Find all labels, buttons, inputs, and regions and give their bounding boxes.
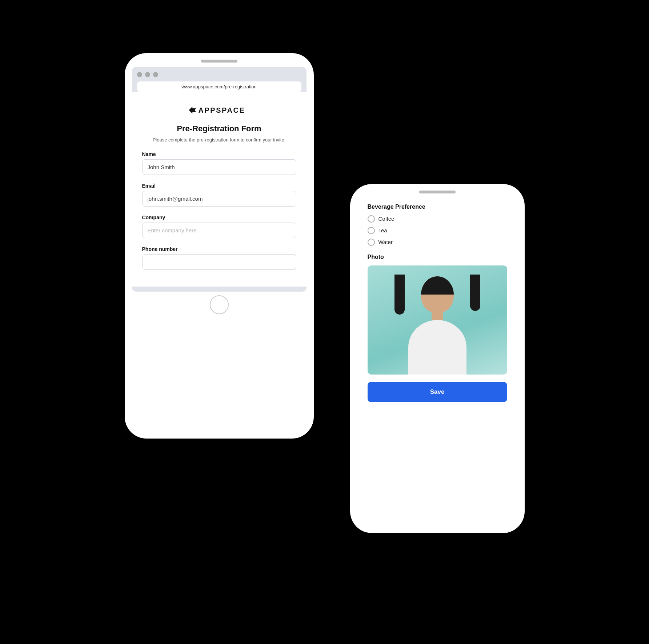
form-title: Pre-Registration Form bbox=[142, 124, 296, 133]
radio-water[interactable]: Water bbox=[368, 239, 507, 246]
phone-input[interactable] bbox=[142, 254, 296, 270]
email-input[interactable] bbox=[142, 191, 296, 207]
person-figure bbox=[401, 273, 474, 375]
photo-section-title: Photo bbox=[368, 254, 507, 260]
phone-label: Phone number bbox=[142, 246, 296, 252]
company-input[interactable] bbox=[142, 223, 296, 238]
browser-dots bbox=[137, 72, 301, 77]
beverage-radio-group: Coffee Tea Water bbox=[368, 215, 507, 246]
radio-label-water: Water bbox=[378, 239, 393, 245]
radio-circle-water bbox=[368, 239, 375, 246]
phone-notch-left bbox=[201, 60, 237, 63]
browser-dot-1 bbox=[137, 72, 142, 77]
beverage-section-title: Beverage Preference bbox=[368, 204, 507, 210]
address-bar[interactable]: www.appspace.com/pre-registration bbox=[137, 81, 301, 92]
company-field-group: Company bbox=[142, 215, 296, 245]
photo-placeholder bbox=[368, 265, 507, 375]
appspace-logo: APPSPACE bbox=[142, 104, 296, 118]
browser-chrome-bottom bbox=[132, 287, 307, 292]
phone-field-group: Phone number bbox=[142, 246, 296, 276]
email-field-group: Email bbox=[142, 183, 296, 213]
photo-section: Photo bbox=[368, 254, 507, 375]
phone-notch-right bbox=[419, 191, 456, 193]
scene: www.appspace.com/pre-registration APPSPA… bbox=[125, 31, 525, 613]
person-hair-top bbox=[421, 276, 454, 295]
right-phone-screen: Beverage Preference Coffee Tea Water bbox=[357, 193, 517, 412]
form-container: APPSPACE Pre-Registration Form Please co… bbox=[132, 92, 307, 287]
home-button-left[interactable] bbox=[210, 295, 229, 314]
radio-label-tea: Tea bbox=[378, 227, 387, 233]
save-button[interactable]: Save bbox=[368, 382, 507, 402]
logo-svg: APPSPACE bbox=[187, 104, 252, 117]
radio-circle-tea bbox=[368, 227, 375, 234]
form-subtitle: Please complete the pre-registration for… bbox=[142, 136, 296, 144]
browser-dot-2 bbox=[145, 72, 150, 77]
left-phone: www.appspace.com/pre-registration APPSPA… bbox=[125, 53, 314, 439]
right-screen-inner: Beverage Preference Coffee Tea Water bbox=[357, 193, 517, 412]
person-neck bbox=[432, 311, 443, 320]
radio-tea[interactable]: Tea bbox=[368, 227, 507, 234]
left-phone-screen: APPSPACE Pre-Registration Form Please co… bbox=[132, 92, 307, 287]
hair-side-right bbox=[470, 275, 480, 311]
company-label: Company bbox=[142, 215, 296, 220]
svg-text:APPSPACE: APPSPACE bbox=[198, 106, 245, 114]
hair-side-left bbox=[394, 275, 405, 315]
radio-label-coffee: Coffee bbox=[378, 216, 394, 222]
name-field-group: Name bbox=[142, 151, 296, 181]
person-body bbox=[408, 320, 466, 375]
name-label: Name bbox=[142, 151, 296, 157]
url-text: www.appspace.com/pre-registration bbox=[181, 84, 257, 89]
person-head bbox=[421, 276, 454, 313]
right-phone: Beverage Preference Coffee Tea Water bbox=[350, 184, 525, 533]
radio-circle-coffee bbox=[368, 215, 375, 223]
radio-coffee[interactable]: Coffee bbox=[368, 215, 507, 223]
browser-dot-3 bbox=[153, 72, 158, 77]
name-input[interactable] bbox=[142, 159, 296, 175]
browser-chrome: www.appspace.com/pre-registration bbox=[132, 67, 307, 92]
email-label: Email bbox=[142, 183, 296, 189]
